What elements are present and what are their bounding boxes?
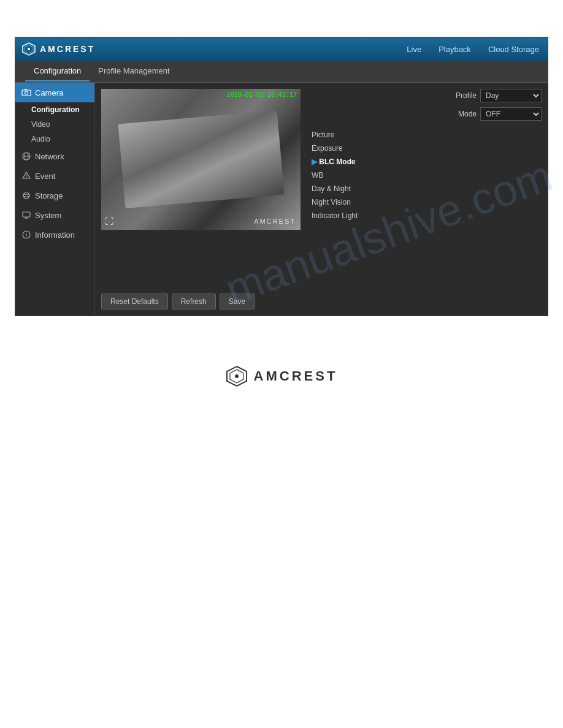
svg-point-21 <box>235 374 239 378</box>
system-icon <box>21 210 31 220</box>
svg-point-12 <box>23 194 29 197</box>
live-nav-link[interactable]: Live <box>404 44 424 55</box>
svg-point-4 <box>25 91 28 94</box>
svg-point-10 <box>26 177 26 178</box>
sidebar: Camera Configuration Video Audio Network <box>15 83 95 316</box>
video-watermark: AMCREST <box>254 218 296 225</box>
sidebar-camera-label: Camera <box>35 88 63 97</box>
menu-item-wb[interactable]: WB <box>307 169 542 182</box>
top-nav-bar: AMCREST Live Playback Cloud Storage <box>15 37 548 61</box>
sidebar-storage-label: Storage <box>35 191 63 200</box>
menu-item-night-vision[interactable]: Night Vision <box>307 195 542 209</box>
sidebar-sub-configuration[interactable]: Configuration <box>15 102 94 117</box>
profile-select[interactable]: Day Night Normal <box>480 89 542 102</box>
sidebar-item-network[interactable]: Network <box>15 146 94 166</box>
svg-point-2 <box>28 48 30 50</box>
tab-configuration[interactable]: Configuration <box>25 61 90 82</box>
camera-menu-list: Picture Exposure BLC Mode WB Day & Night… <box>307 128 542 222</box>
storage-icon <box>21 191 31 200</box>
playback-nav-link[interactable]: Playback <box>436 44 473 55</box>
sidebar-item-system[interactable]: System <box>15 205 94 225</box>
sidebar-item-camera[interactable]: Camera <box>15 83 94 102</box>
menu-item-blc-mode[interactable]: BLC Mode <box>307 155 542 169</box>
sidebar-network-label: Network <box>35 152 64 161</box>
content-panel: 2019-01-05 10:43:17 AMCREST ⛶ Profile Da… <box>95 83 548 316</box>
nav-links: Live Playback Cloud Storage <box>404 44 542 55</box>
mode-row: Mode OFF BLC HLC DWDR <box>307 107 542 121</box>
tab-profile-management[interactable]: Profile Management <box>90 61 178 82</box>
sidebar-item-information[interactable]: Information <box>15 225 94 245</box>
svg-rect-5 <box>25 89 27 90</box>
svg-rect-3 <box>22 90 31 96</box>
sidebar-information-label: Information <box>35 230 75 240</box>
menu-item-exposure[interactable]: Exposure <box>307 142 542 155</box>
video-timestamp: 2019-01-05 10:43:17 <box>227 91 297 98</box>
menu-item-day-night[interactable]: Day & Night <box>307 182 542 195</box>
sidebar-sub-video[interactable]: Video <box>15 117 94 132</box>
bottom-logo-text: AMCREST <box>254 368 338 384</box>
profile-label: Profile <box>456 91 477 100</box>
fullscreen-button[interactable]: ⛶ <box>105 216 113 226</box>
bottom-amcrest-logo-icon <box>226 365 248 387</box>
event-icon <box>21 171 31 181</box>
menu-item-picture[interactable]: Picture <box>307 128 542 142</box>
sidebar-event-label: Event <box>35 172 55 181</box>
amcrest-logo-icon <box>21 42 36 56</box>
app-title: AMCREST <box>40 44 95 54</box>
bottom-actions: Reset Defaults Refresh Save <box>101 287 542 309</box>
mode-select[interactable]: OFF BLC HLC DWDR <box>480 107 542 121</box>
video-preview: 2019-01-05 10:43:17 AMCREST ⛶ <box>101 89 301 230</box>
mode-label: Mode <box>458 110 477 118</box>
sub-tab-bar: Configuration Profile Management <box>15 61 548 83</box>
bottom-logo-area: AMCREST <box>0 365 563 406</box>
refresh-button[interactable]: Refresh <box>172 294 216 309</box>
sidebar-item-storage[interactable]: Storage <box>15 186 94 205</box>
sidebar-system-label: System <box>35 211 61 220</box>
sidebar-sub-audio[interactable]: Audio <box>15 132 94 146</box>
reset-defaults-button[interactable]: Reset Defaults <box>101 294 168 309</box>
information-icon <box>21 230 31 240</box>
svg-point-11 <box>23 192 29 199</box>
svg-rect-13 <box>23 212 30 217</box>
camera-image <box>101 89 301 230</box>
cloud-storage-nav-link[interactable]: Cloud Storage <box>486 44 542 55</box>
sidebar-item-event[interactable]: Event <box>15 166 94 186</box>
settings-panel: Profile Day Night Normal Mode OFF BLC <box>307 89 542 281</box>
profile-row: Profile Day Night Normal <box>307 89 542 102</box>
camera-view-area: 2019-01-05 10:43:17 AMCREST ⛶ Profile Da… <box>101 89 542 281</box>
main-content: Camera Configuration Video Audio Network <box>15 83 548 316</box>
menu-item-indicator-light[interactable]: Indicator Light <box>307 209 542 222</box>
svg-point-18 <box>26 233 26 233</box>
save-button[interactable]: Save <box>220 294 255 309</box>
network-icon <box>21 151 31 161</box>
logo-area: AMCREST <box>21 42 404 56</box>
camera-icon <box>21 88 31 97</box>
